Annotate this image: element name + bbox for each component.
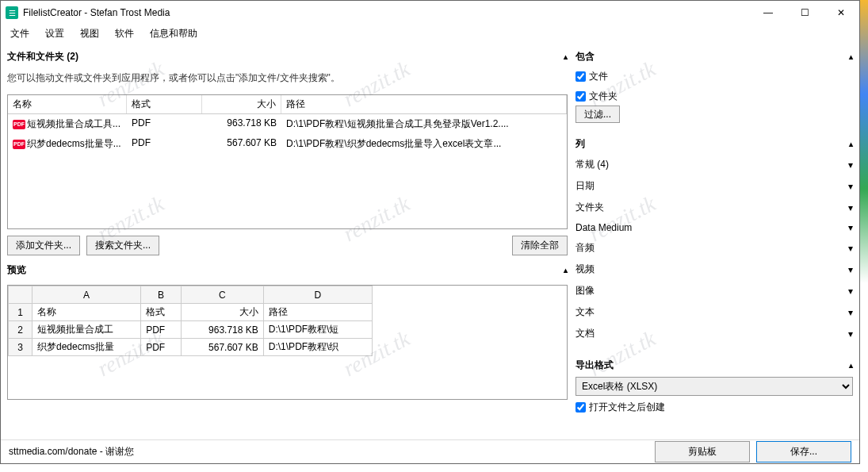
collapse-icon: ▴	[849, 52, 853, 61]
chevron-down-icon	[848, 159, 853, 171]
menu-help[interactable]: 信息和帮助	[143, 25, 204, 42]
donate-text: sttmedia.com/donate - 谢谢您	[9, 445, 134, 459]
search-folder-button[interactable]: 搜索文件夹...	[86, 236, 159, 255]
column-category[interactable]: 常规 (4)	[575, 155, 853, 174]
column-category[interactable]: 文本	[575, 303, 853, 321]
clear-all-button[interactable]: 清除全部	[512, 236, 568, 255]
clipboard-button[interactable]: 剪贴板	[655, 441, 750, 462]
column-category[interactable]: 文件夹	[575, 198, 853, 217]
window-title: FilelistCreator - Stefan Trost Media	[23, 7, 750, 18]
col-header-name[interactable]: 名称	[8, 95, 127, 113]
include-section-header[interactable]: 包含 ▴	[575, 48, 853, 65]
column-category[interactable]: 图像	[575, 282, 853, 300]
chevron-down-icon	[848, 328, 853, 340]
file-row[interactable]: 短视频批量合成工具... PDF 963.718 KB D:\1\PDF教程\短…	[8, 114, 567, 134]
titlebar: FilelistCreator - Stefan Trost Media — ☐…	[1, 1, 859, 25]
include-file-checkbox[interactable]: 文件	[575, 68, 853, 85]
menu-file[interactable]: 文件	[4, 25, 36, 42]
col-c[interactable]: C	[181, 286, 263, 304]
include-title: 包含	[575, 50, 595, 63]
file-row[interactable]: 织梦dedecms批量导... PDF 567.607 KB D:\1\PDF教…	[8, 134, 567, 154]
col-header-size[interactable]: 大小	[202, 95, 281, 113]
preview-title: 预览	[7, 263, 26, 277]
column-category[interactable]: 音频	[575, 239, 853, 257]
chevron-down-icon	[848, 286, 853, 297]
menu-view[interactable]: 视图	[74, 25, 105, 42]
open-after-checkbox[interactable]: 打开文件之后创建	[575, 399, 853, 416]
chevron-down-icon	[848, 243, 853, 254]
maximize-button[interactable]: ☐	[786, 1, 823, 25]
export-section-header[interactable]: 导出格式 ▴	[575, 357, 853, 374]
close-button[interactable]: ✕	[823, 1, 859, 25]
col-b[interactable]: B	[141, 286, 182, 304]
menu-settings[interactable]: 设置	[39, 25, 71, 42]
col-header-format[interactable]: 格式	[127, 95, 202, 113]
column-category[interactable]: 文档	[575, 324, 853, 343]
browser-sidebar	[860, 0, 868, 472]
chevron-down-icon	[848, 222, 853, 233]
collapse-icon: ▴	[849, 361, 853, 370]
column-category[interactable]: Data Medium	[575, 220, 853, 236]
menubar: 文件 设置 视图 软件 信息和帮助	[1, 25, 859, 42]
chevron-down-icon	[848, 307, 853, 318]
collapse-icon: ▴	[564, 52, 568, 61]
app-icon	[6, 6, 18, 19]
save-button[interactable]: 保存...	[756, 441, 851, 462]
columns-section-header[interactable]: 列 ▴	[575, 136, 853, 152]
collapse-icon: ▴	[564, 266, 568, 274]
col-d[interactable]: D	[263, 286, 372, 304]
file-list: 名称 格式 大小 路径 短视频批量合成工具... PDF 963.718 KB …	[7, 94, 568, 229]
chevron-down-icon	[848, 264, 853, 275]
files-hint: 您可以拖动文件或文件夹到应用程序，或者你可以点击"添加文件/文件夹搜索"。	[7, 71, 568, 85]
table-row[interactable]: 2 短视频批量合成工 PDF 963.718 KB D:\1\PDF教程\短	[9, 321, 373, 339]
preview-section-header[interactable]: 预览 ▴	[7, 262, 568, 278]
files-section-header[interactable]: 文件和文件夹 (2) ▴	[7, 48, 568, 65]
pdf-icon	[13, 120, 25, 129]
chevron-down-icon	[848, 181, 853, 192]
pdf-icon	[13, 140, 25, 149]
preview-grid: A B C D 1 名称 格式 大小 路径 2 短视频批量合成工	[7, 285, 568, 400]
export-title: 导出格式	[575, 359, 614, 372]
table-row[interactable]: 3 织梦dedecms批量 PDF 567.607 KB D:\1\PDF教程\…	[9, 339, 373, 356]
column-category[interactable]: 视频	[575, 260, 853, 278]
col-a[interactable]: A	[33, 286, 141, 304]
export-format-select[interactable]: Excel表格 (XLSX)	[575, 377, 853, 396]
chevron-down-icon	[848, 202, 853, 213]
minimize-button[interactable]: —	[750, 1, 786, 25]
col-header-path[interactable]: 路径	[281, 95, 567, 113]
table-row[interactable]: 1 名称 格式 大小 路径	[9, 304, 373, 321]
include-folder-checkbox[interactable]: 文件夹	[575, 88, 853, 105]
files-section-title: 文件和文件夹 (2)	[7, 50, 78, 63]
add-folder-button[interactable]: 添加文件夹...	[7, 236, 80, 255]
columns-title: 列	[575, 137, 585, 151]
filter-button[interactable]: 过滤...	[575, 106, 620, 123]
footer: sttmedia.com/donate - 谢谢您 剪贴板 保存...	[1, 439, 859, 463]
menu-software[interactable]: 软件	[109, 25, 140, 42]
collapse-icon: ▴	[849, 140, 853, 148]
column-category[interactable]: 日期	[575, 177, 853, 195]
